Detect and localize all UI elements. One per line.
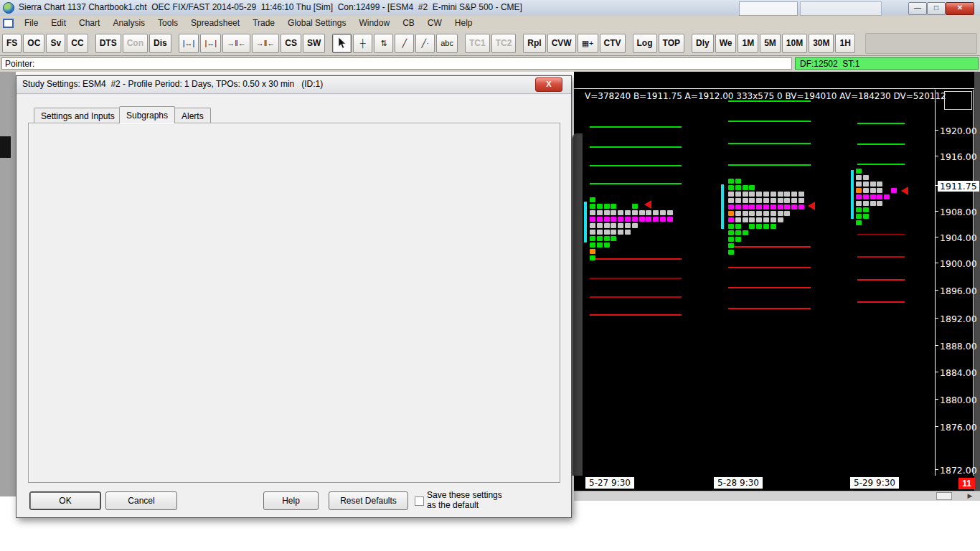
- tpo-block: [863, 207, 869, 212]
- tpo-block: [590, 255, 595, 260]
- ok-button[interactable]: OK: [29, 491, 101, 510]
- tpo-block: [728, 237, 734, 242]
- tpo-block: [778, 204, 783, 209]
- updown-tool-icon[interactable]: ⇅: [374, 34, 393, 53]
- menu-item-trade[interactable]: Trade: [246, 16, 281, 31]
- tpo-block: [632, 223, 638, 228]
- menu-item-global-settings[interactable]: Global Settings: [281, 16, 352, 31]
- ib-extension-line: [728, 164, 811, 166]
- tpo-block: [590, 230, 595, 235]
- toolbar-button-ctv[interactable]: CTV: [600, 34, 626, 53]
- menu-item-spreadsheet[interactable]: Spreadsheet: [184, 16, 246, 31]
- toolbar-button-dts[interactable]: DTS: [95, 34, 121, 53]
- tpo-chart-icon[interactable]: ▦+: [578, 34, 598, 53]
- close-button[interactable]: ✕: [946, 2, 974, 15]
- toolbar-button-10m[interactable]: 10M: [782, 34, 807, 53]
- toolbar-button-cvw[interactable]: CVW: [547, 34, 576, 53]
- dialog-close-button[interactable]: X: [535, 77, 562, 92]
- menu-item-file[interactable]: File: [18, 16, 44, 31]
- tab-subgraphs[interactable]: Subgraphs: [119, 106, 175, 123]
- reset-defaults-button[interactable]: Reset Defaults: [329, 491, 408, 510]
- ray-tool-icon[interactable]: ╱·: [415, 34, 435, 53]
- ib-extension-line: [857, 279, 905, 281]
- tpo-block: [735, 198, 741, 203]
- tpo-block: [735, 179, 741, 184]
- menu-item-cb[interactable]: CB: [396, 16, 421, 31]
- tpo-block: [856, 214, 862, 219]
- maximize-button[interactable]: □: [927, 2, 946, 15]
- help-button[interactable]: Help: [263, 491, 319, 510]
- window-edge-line: [973, 90, 974, 476]
- window-title: Sierra Chart 1137 Chartbook1.cht OEC FIX…: [19, 2, 522, 12]
- price-scale-label: 1920.00: [940, 126, 977, 136]
- bar-spacing-2-icon[interactable]: |↔|: [200, 34, 221, 53]
- compress-2-icon[interactable]: →‖←: [252, 34, 280, 53]
- price-scale-tick: [935, 211, 938, 212]
- app-titlebar: Sierra Chart 1137 Chartbook1.cht OEC FIX…: [0, 0, 980, 17]
- toolbar-button-oc[interactable]: OC: [23, 34, 44, 53]
- price-scale-label: 1884.00: [940, 367, 977, 378]
- toolbar-button-cc[interactable]: CC: [67, 34, 88, 53]
- tpo-block: [743, 217, 748, 222]
- text-tool-icon[interactable]: abc: [436, 34, 458, 53]
- save-as-default-checkbox[interactable]: [415, 496, 424, 506]
- toolbar-button-1h[interactable]: 1H: [835, 34, 854, 53]
- tab-alerts[interactable]: Alerts: [174, 108, 211, 123]
- tpo-block: [618, 230, 623, 235]
- toolbar-button-1m[interactable]: 1M: [738, 34, 758, 53]
- menu-item-tools[interactable]: Tools: [151, 16, 184, 31]
- tpo-block: [735, 224, 741, 229]
- menu-item-cw[interactable]: CW: [421, 16, 448, 31]
- tab-settings-and-inputs[interactable]: Settings and Inputs: [34, 108, 122, 123]
- scrollbar-thumb[interactable]: [936, 492, 952, 500]
- horizontal-scrollbar[interactable]: [574, 491, 980, 501]
- tpo-block: [856, 188, 862, 193]
- toolbar-button-cs[interactable]: CS: [281, 34, 301, 53]
- toolbar-button-5m[interactable]: 5M: [760, 34, 781, 53]
- menu-item-analysis[interactable]: Analysis: [106, 16, 151, 31]
- tpo-block: [590, 204, 595, 209]
- tpo-block: [667, 210, 673, 215]
- menu-item-chart[interactable]: Chart: [72, 16, 106, 31]
- pointer-tool-icon[interactable]: [332, 34, 352, 53]
- tpo-block: [735, 192, 741, 197]
- minimize-button[interactable]: —: [908, 2, 927, 15]
- scrollbar-right-arrow-icon[interactable]: ▶: [964, 491, 976, 501]
- tpo-block: [791, 192, 797, 197]
- cancel-button[interactable]: Cancel: [105, 491, 177, 510]
- tpo-block: [743, 198, 748, 203]
- tpo-block: [856, 194, 862, 199]
- menu-item-edit[interactable]: Edit: [44, 16, 72, 31]
- ib-extension-line: [728, 308, 811, 309]
- tpo-block: [756, 211, 762, 216]
- tpo-block: [763, 217, 769, 222]
- toolbar-button-30m[interactable]: 30M: [809, 34, 834, 53]
- session-date-label: 5-29 9:30: [850, 477, 899, 489]
- toolbar-button-sv[interactable]: Sv: [46, 34, 65, 53]
- toolbar-button-fs[interactable]: FS: [2, 34, 22, 53]
- menu-item-window[interactable]: Window: [352, 16, 396, 31]
- tpo-block: [856, 169, 862, 174]
- toolbar-button-sw[interactable]: SW: [303, 34, 325, 53]
- toolbar-button-dis[interactable]: Dis: [149, 34, 171, 53]
- tpo-block: [632, 210, 638, 215]
- dialog-titlebar[interactable]: Study Settings: ESM4 #2 - Profile Period…: [17, 76, 571, 94]
- ib-extension-line: [728, 100, 811, 102]
- bar-spacing-1-icon[interactable]: |↔|: [179, 34, 199, 53]
- tpo-block: [639, 217, 645, 222]
- tpo-block: [756, 198, 762, 203]
- menu-item-help[interactable]: Help: [448, 16, 479, 31]
- toolbar-button-dly[interactable]: Dly: [692, 34, 714, 53]
- crosshair-tool-icon[interactable]: ┼: [353, 34, 372, 53]
- chart-region[interactable]: [574, 72, 980, 491]
- compress-1-icon[interactable]: →‖←: [222, 34, 250, 53]
- tpo-block: [749, 217, 755, 222]
- toolbar-button-top[interactable]: TOP: [659, 34, 684, 53]
- toolbar-button-we[interactable]: We: [715, 34, 737, 53]
- toolbar-button-log[interactable]: Log: [633, 34, 657, 53]
- tpo-block: [728, 230, 734, 235]
- tpo-block: [590, 236, 595, 241]
- tpo-block: [618, 223, 623, 228]
- toolbar-button-rpl[interactable]: Rpl: [523, 34, 545, 53]
- line-tool-icon[interactable]: ╱: [395, 34, 414, 53]
